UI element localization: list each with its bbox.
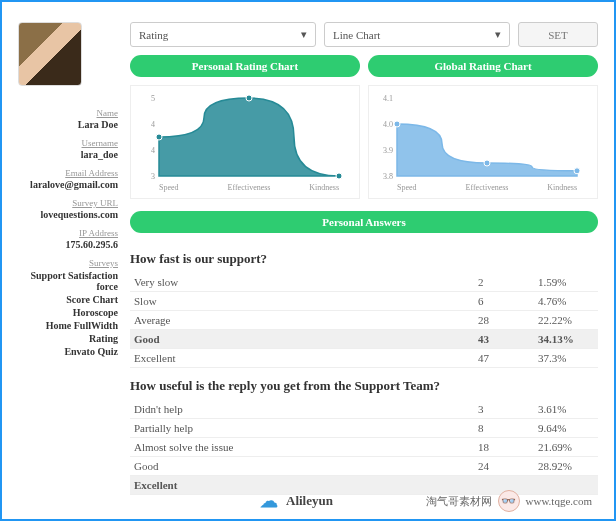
survey-url-label: Survey URL (72, 198, 118, 208)
svg-text:3: 3 (151, 172, 155, 181)
answer-row: Partially help89.64% (130, 419, 598, 438)
survey-url-value: lovequestions.com (41, 209, 119, 220)
survey-item[interactable]: Home FullWidth (18, 320, 118, 331)
questions-section: How fast is our support?Very slow21.59%S… (130, 241, 598, 495)
emoji-icon: 👓 (498, 490, 520, 512)
answer-label: Partially help (130, 422, 478, 434)
surveys-label: Surveys (89, 258, 118, 268)
answer-pct: 3.61% (538, 403, 598, 415)
answer-pct: 37.3% (538, 352, 598, 364)
answer-pct: 21.69% (538, 441, 598, 453)
chart-titles-row: Personal Rating Chart Global Rating Char… (130, 55, 598, 77)
answer-row: Excellent4737.3% (130, 349, 598, 368)
answer-row: Very slow21.59% (130, 273, 598, 292)
answer-count: 24 (478, 460, 538, 472)
email-value: laralove@gmail.com (30, 179, 118, 190)
survey-item[interactable]: Rating (18, 333, 118, 344)
answer-label: Average (130, 314, 478, 326)
answer-label: Slow (130, 295, 478, 307)
set-button[interactable]: SET (518, 22, 598, 47)
survey-item[interactable]: Horoscope (18, 307, 118, 318)
answer-label: Almost solve the issue (130, 441, 478, 453)
survey-item[interactable]: Envato Quiz (18, 346, 118, 357)
answer-pct: 4.76% (538, 295, 598, 307)
svg-text:3.9: 3.9 (383, 146, 393, 155)
answer-row: Slow64.76% (130, 292, 598, 311)
app-container: Name Lara Doe Username lara_doe Email Ad… (0, 0, 616, 521)
answer-label: Good (130, 460, 478, 472)
global-chart-title: Global Rating Chart (368, 55, 598, 77)
svg-text:Speed: Speed (397, 183, 417, 192)
svg-text:4.0: 4.0 (383, 120, 393, 129)
answer-label: Good (130, 333, 478, 345)
select-value: Rating (139, 29, 168, 41)
username-value: lara_doe (81, 149, 118, 160)
svg-point-15 (484, 160, 490, 166)
ip-label: IP Address (79, 228, 118, 238)
answer-count: 6 (478, 295, 538, 307)
svg-point-4 (156, 134, 162, 140)
answer-count: 3 (478, 403, 538, 415)
chart-type-select[interactable]: Line Chart ▾ (324, 22, 510, 47)
brand-text: Alileyun (286, 493, 333, 509)
question-title: How useful is the reply you get from the… (130, 378, 598, 394)
cloud-icon: ☁ (260, 490, 278, 512)
answer-count: 8 (478, 422, 538, 434)
main-content: Rating ▾ Line Chart ▾ SET Personal Ratin… (130, 22, 598, 499)
answer-count: 47 (478, 352, 538, 364)
svg-text:4: 4 (151, 146, 155, 155)
svg-point-6 (336, 173, 342, 179)
answer-label: Didn't help (130, 403, 478, 415)
svg-text:Speed: Speed (159, 183, 179, 192)
answer-pct: 1.59% (538, 276, 598, 288)
svg-text:5: 5 (151, 94, 155, 103)
ip-value: 175.60.295.6 (66, 239, 119, 250)
answer-pct: 34.13% (538, 333, 598, 345)
svg-point-16 (574, 168, 580, 174)
svg-text:Effectiveness: Effectiveness (466, 183, 509, 192)
sidebar: Name Lara Doe Username lara_doe Email Ad… (18, 22, 118, 499)
footer-url: www.tqge.com (526, 495, 593, 507)
svg-text:4.1: 4.1 (383, 94, 393, 103)
answer-pct: 28.92% (538, 460, 598, 472)
global-chart: 3.83.94.04.1SpeedEffectivenessKindness (368, 85, 598, 199)
svg-text:Effectiveness: Effectiveness (228, 183, 271, 192)
charts-row: 3445SpeedEffectivenessKindness 3.83.94.0… (130, 85, 598, 199)
name-value: Lara Doe (78, 119, 118, 130)
answer-count: 2 (478, 276, 538, 288)
answer-row: Average2822.22% (130, 311, 598, 330)
footer-brand: ☁ Alileyun (260, 490, 333, 512)
answer-row: Good4334.13% (130, 330, 598, 349)
survey-item[interactable]: Support Satisfaction force (18, 270, 118, 292)
rating-select[interactable]: Rating ▾ (130, 22, 316, 47)
username-label: Username (82, 138, 118, 148)
personal-answers-title: Personal Answers (130, 211, 598, 233)
surveys-list: Support Satisfaction forceScore ChartHor… (18, 268, 118, 357)
svg-text:Kindness: Kindness (309, 183, 339, 192)
answer-count: 28 (478, 314, 538, 326)
answer-label: Excellent (130, 352, 478, 364)
controls-row: Rating ▾ Line Chart ▾ SET (130, 22, 598, 47)
svg-text:Kindness: Kindness (547, 183, 577, 192)
survey-item[interactable]: Score Chart (18, 294, 118, 305)
svg-text:3.8: 3.8 (383, 172, 393, 181)
answer-count: 18 (478, 441, 538, 453)
footer-right: 淘气哥素材网 👓 www.tqge.com (426, 490, 593, 512)
chevron-down-icon: ▾ (495, 28, 501, 41)
svg-point-14 (394, 121, 400, 127)
answer-label: Very slow (130, 276, 478, 288)
personal-chart-title: Personal Rating Chart (130, 55, 360, 77)
answer-pct: 22.22% (538, 314, 598, 326)
question-title: How fast is our support? (130, 251, 598, 267)
answer-row: Almost solve the issue1821.69% (130, 438, 598, 457)
footer-text: 淘气哥素材网 (426, 494, 492, 509)
personal-chart: 3445SpeedEffectivenessKindness (130, 85, 360, 199)
answer-row: Didn't help33.61% (130, 400, 598, 419)
answer-row: Good2428.92% (130, 457, 598, 476)
svg-text:4: 4 (151, 120, 155, 129)
name-label: Name (97, 108, 119, 118)
avatar (18, 22, 82, 86)
select-value: Line Chart (333, 29, 380, 41)
answer-pct: 9.64% (538, 422, 598, 434)
svg-point-5 (246, 95, 252, 101)
